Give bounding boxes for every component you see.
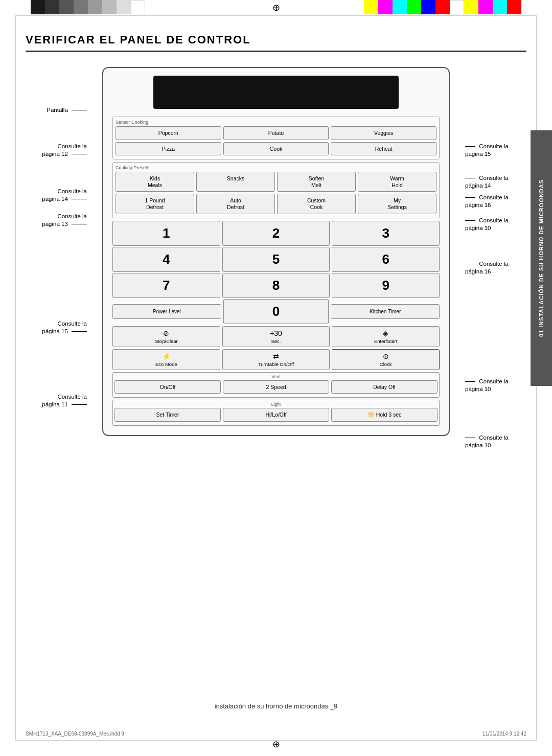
annotation-line (465, 197, 475, 198)
annotation-pagina16-mid: Consulte lapágina 16 (465, 260, 509, 276)
color-block (117, 0, 131, 14)
btn-3[interactable]: 3 (332, 221, 440, 246)
annotation-line (465, 264, 475, 264)
sensor-cooking-label: Sensor Cooking (116, 120, 436, 125)
btn-soften-melt[interactable]: Soften Melt (277, 172, 356, 192)
annotation-pagina10-mid: Consulte lapágina 10 (465, 378, 509, 393)
plus30-label: Sec. (271, 338, 281, 344)
vent-buttons: On/Off 2 Speed Delay Off (114, 380, 438, 394)
btn-hold-3sec[interactable]: 🔆 Hold 3 sec (331, 408, 438, 422)
color-block (59, 0, 74, 14)
color-block (31, 0, 45, 14)
btn-pizza[interactable]: Pizza (116, 142, 221, 156)
light-label: Light (114, 402, 438, 407)
btn-2[interactable]: 2 (222, 221, 330, 246)
btn-my-settings[interactable]: My Settings (358, 194, 436, 214)
btn-veggies[interactable]: Veggies (331, 126, 436, 140)
mode-row: ⚡ Eco Mode ⇄ Turntable On/Off ⊙ Clock (112, 349, 440, 370)
enter-start-icon: ◈ (334, 329, 438, 337)
btn-warm-hold[interactable]: Warm Hold (358, 172, 436, 192)
left-annotations: Pantalla Consulte lapágina 12 Consulte l… (26, 67, 92, 436)
btn-hi-lo-off[interactable]: Hi/Lo/Off (223, 408, 329, 422)
eco-mode-label: Eco Mode (155, 361, 177, 367)
annotation-pagina15-left: Consulte lapágina 15 (42, 320, 87, 335)
numpad-row-1: 1 2 3 (112, 221, 440, 246)
color-block (74, 0, 88, 14)
annotation-line (465, 438, 475, 438)
btn-clock[interactable]: ⊙ Clock (332, 349, 440, 370)
annotation-pagina12: Consulte lapágina 12 (42, 143, 87, 158)
diagram-area: Pantalla Consulte lapágina 12 Consulte l… (26, 67, 526, 436)
annotation-line (465, 146, 475, 147)
right-annotations: Consulte lapágina 15 Consulte lapágina 1… (460, 67, 526, 436)
footer-center: instalación de su horno de microondas _9 (215, 702, 338, 710)
annotation-pagina16-top: Consulte lapágina 16 (465, 194, 509, 209)
btn-8[interactable]: 8 (222, 273, 330, 298)
side-tab: 01 INSTALACIÓN DE SU HORNO DE MICROONDAS (531, 130, 552, 386)
annotation-line (72, 110, 87, 110)
btn-5[interactable]: 5 (222, 247, 330, 272)
light-section: Light Set Timer Hi/Lo/Off 🔆 Hold 3 sec (112, 400, 440, 426)
annotation-line (72, 199, 87, 199)
stop-clear-icon: ⊘ (114, 329, 218, 337)
control-panel: Sensor Cooking Popcorn Potato Veggies Pi… (102, 67, 450, 436)
btn-snacks[interactable]: Snacks (196, 172, 275, 192)
btn-eco-mode[interactable]: ⚡ Eco Mode (112, 349, 220, 370)
color-block (450, 0, 464, 14)
color-block (478, 0, 493, 14)
light-buttons: Set Timer Hi/Lo/Off 🔆 Hold 3 sec (114, 408, 438, 422)
special-row: Power Level 0 Kitchen Timer (112, 299, 440, 324)
btn-auto-defrost[interactable]: Auto Defrost (196, 194, 275, 214)
color-block (464, 0, 478, 14)
annotation-pagina10-top: Consulte lapágina 10 (465, 217, 509, 232)
btn-6[interactable]: 6 (332, 247, 440, 272)
btn-1[interactable]: 1 (112, 221, 220, 246)
btn-4[interactable]: 4 (112, 247, 220, 272)
btn-kids-meals[interactable]: Kids Meals (116, 172, 194, 192)
btn-0[interactable]: 0 (223, 299, 329, 324)
hold-icon: 🔆 (367, 411, 375, 418)
color-block (435, 0, 450, 14)
color-block (102, 0, 117, 14)
btn-plus30[interactable]: +30 Sec. (222, 326, 330, 347)
btn-1pound-defrost[interactable]: 1 Pound Defrost (116, 194, 194, 214)
btn-reheat[interactable]: Reheat (331, 142, 436, 156)
annotation-pagina11: Consulte lapágina 11 (42, 393, 87, 408)
btn-2speed[interactable]: 2 Speed (223, 380, 329, 394)
btn-popcorn[interactable]: Popcorn (116, 126, 221, 140)
annotation-pagina13: Consulte lapágina 13 (42, 213, 87, 228)
btn-turntable[interactable]: ⇄ Turntable On/Off (222, 349, 330, 370)
registration-mark-bottom: ⊕ (272, 739, 280, 750)
cooking-presets-label: Cooking Presets (116, 165, 436, 170)
btn-potato[interactable]: Potato (223, 126, 329, 140)
function-row: ⊘ Stop/Clear +30 Sec. ◈ Enter/Start (112, 326, 440, 347)
sensor-row-2: Pizza Cook Reheat (116, 142, 436, 156)
btn-enter-start[interactable]: ◈ Enter/Start (332, 326, 440, 347)
btn-delay-off[interactable]: Delay Off (331, 380, 438, 394)
hold-label: Hold 3 sec (376, 411, 402, 418)
annotation-line (465, 381, 475, 382)
color-block (393, 0, 407, 14)
btn-power-level[interactable]: Power Level (112, 304, 221, 319)
color-bars-left (31, 0, 145, 14)
annotation-line (72, 404, 87, 405)
btn-9[interactable]: 9 (332, 273, 440, 298)
btn-stop-clear[interactable]: ⊘ Stop/Clear (112, 326, 220, 347)
annotation-line (72, 331, 87, 332)
btn-kitchen-timer[interactable]: Kitchen Timer (331, 304, 440, 319)
presets-row-1: Kids Meals Snacks Soften Melt Warm Hold (116, 172, 436, 192)
annotation-pagina10-bot: Consulte lapágina 10 (465, 434, 509, 449)
color-block (493, 0, 507, 14)
color-block (407, 0, 421, 14)
annotation-line (72, 224, 87, 224)
btn-custom-cook[interactable]: Custom Cook (277, 194, 356, 214)
numpad-row-3: 7 8 9 (112, 273, 440, 298)
page-title: VERIFICAR EL PANEL DE CONTROL (26, 33, 526, 52)
eco-mode-icon: ⚡ (114, 352, 218, 360)
color-block (421, 0, 435, 14)
footer-left: SMH1713_XAA_DE68-03899A_Mes.indd 9 (26, 731, 124, 737)
btn-7[interactable]: 7 (112, 273, 220, 298)
btn-on-off[interactable]: On/Off (114, 380, 221, 394)
btn-cook[interactable]: Cook (223, 142, 329, 156)
btn-set-timer[interactable]: Set Timer (114, 408, 221, 422)
